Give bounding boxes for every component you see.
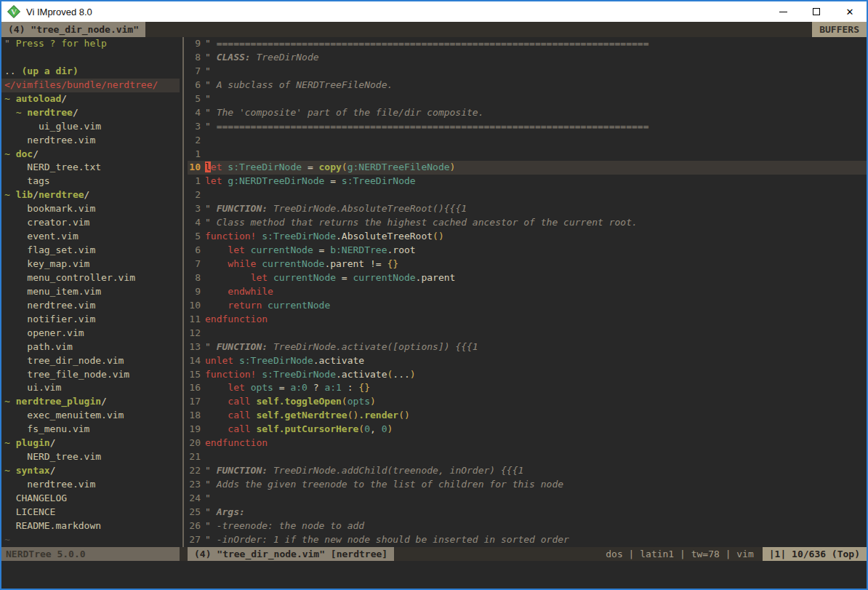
- tree-item[interactable]: NERD_tree.txt: [1, 161, 180, 175]
- tree-item[interactable]: ~ autoload/: [1, 92, 180, 106]
- command-line[interactable]: [1, 561, 867, 589]
- code-line[interactable]: 6" A subclass of NERDTreeFileNode.: [188, 79, 867, 92]
- tree-item[interactable]: bookmark.vim: [1, 202, 180, 216]
- tree-item[interactable]: creator.vim: [1, 216, 180, 230]
- code-line[interactable]: 6 let currentNode = b:NERDTree.root: [188, 244, 867, 258]
- minimize-button[interactable]: [766, 1, 800, 22]
- tree-item-text: tags: [4, 175, 50, 186]
- code-line[interactable]: 8 let currentNode = currentNode.parent: [188, 271, 867, 285]
- code-line[interactable]: 4" The 'composite' part of the file/dir …: [188, 106, 867, 120]
- tree-item[interactable]: fs_menu.vim: [1, 423, 180, 436]
- tree-item[interactable]: [1, 51, 180, 65]
- code-line[interactable]: 19 call self.putCursorHere(0, 0): [188, 423, 867, 436]
- tree-item[interactable]: CHANGELOG: [1, 492, 180, 506]
- tree-item[interactable]: tree_dir_node.vim: [1, 354, 180, 368]
- tree-item[interactable]: </vimfiles/bundle/nerdtree/: [1, 79, 180, 92]
- syntax-segment: =: [302, 162, 318, 172]
- line-number: 9: [188, 37, 205, 51]
- code-line[interactable]: 1: [188, 148, 867, 162]
- code-line-text: " Args:: [205, 506, 245, 519]
- tree-item[interactable]: menu_item.vim: [1, 285, 180, 299]
- tree-item[interactable]: ~ nerdtree_plugin/: [1, 395, 180, 409]
- tree-item[interactable]: event.vim: [1, 230, 180, 244]
- code-line-text: call self.putCursorHere(0, 0): [205, 423, 393, 436]
- window-title: Vi IMproved 8.0: [26, 7, 92, 17]
- code-line-text: " -inOrder: 1 if the new node should be …: [205, 533, 569, 547]
- syntax-segment: let: [228, 244, 244, 255]
- window-controls: ✕: [766, 1, 867, 22]
- tree-item[interactable]: " Press ? for help: [1, 37, 180, 51]
- code-line[interactable]: 10let s:TreeDirNode = copy(g:NERDTreeFil…: [188, 161, 867, 175]
- window-separator[interactable]: [180, 37, 188, 547]
- tree-item[interactable]: tags: [1, 175, 180, 188]
- tree-item[interactable]: key_map.vim: [1, 258, 180, 271]
- code-line[interactable]: 22" FUNCTION: TreeDirNode.addChild(treen…: [188, 464, 867, 478]
- close-button[interactable]: ✕: [833, 1, 867, 22]
- tree-item[interactable]: ui_glue.vim: [1, 120, 180, 134]
- tree-item[interactable]: ~ syntax/: [1, 464, 180, 478]
- code-line[interactable]: 17 call self.toggleOpen(opts): [188, 395, 867, 409]
- code-line[interactable]: 7 while currentNode.parent != {}: [188, 258, 867, 271]
- code-line[interactable]: 18 call self.getNerdtree().render(): [188, 409, 867, 423]
- tree-item[interactable]: nerdtree.vim: [1, 134, 180, 148]
- code-line[interactable]: 2: [188, 134, 867, 148]
- code-line[interactable]: 1let g:NERDTreeDirNode = s:TreeDirNode: [188, 175, 867, 188]
- tree-item[interactable]: path.vim: [1, 340, 180, 354]
- tree-item[interactable]: NERD_tree.vim: [1, 450, 180, 464]
- tree-item[interactable]: ~: [1, 533, 180, 547]
- code-line[interactable]: 23" Adds the given treenode to the list …: [188, 478, 867, 492]
- tree-item[interactable]: LICENCE: [1, 506, 180, 519]
- code-line[interactable]: 15function! s:TreeDirNode.activate(...): [188, 368, 867, 382]
- code-line[interactable]: 11endfunction: [188, 313, 867, 327]
- code-line[interactable]: 3" FUNCTION: TreeDirNode.AbsoluteTreeRoo…: [188, 202, 867, 216]
- tree-item-text: event.vim: [4, 231, 79, 242]
- line-number: 7: [188, 65, 205, 79]
- code-line[interactable]: 14unlet s:TreeDirNode.activate: [188, 354, 867, 368]
- code-line[interactable]: 5": [188, 92, 867, 106]
- code-line[interactable]: 8" CLASS: TreeDirNode: [188, 51, 867, 65]
- tree-item[interactable]: notifier.vim: [1, 313, 180, 327]
- tree-item[interactable]: flag_set.vim: [1, 244, 180, 258]
- code-line[interactable]: 9" =====================================…: [188, 37, 867, 51]
- buffers-label[interactable]: BUFFERS: [812, 22, 867, 37]
- line-number: 5: [188, 230, 205, 244]
- tree-item[interactable]: tree_file_node.vim: [1, 368, 180, 382]
- syntax-segment: ": [205, 93, 211, 104]
- tree-item[interactable]: ~ doc/: [1, 148, 180, 162]
- code-line[interactable]: 9 endwhile: [188, 285, 867, 299]
- tree-item[interactable]: ~ plugin/: [1, 436, 180, 450]
- tree-item[interactable]: nerdtree.vim: [1, 478, 180, 492]
- tree-item[interactable]: menu_controller.vim: [1, 271, 180, 285]
- code-line-text: " Class method that returns the highest …: [205, 216, 638, 230]
- tree-item[interactable]: nerdtree.vim: [1, 299, 180, 313]
- tree-item[interactable]: .. (up a dir): [1, 65, 180, 79]
- syntax-segment: et: [211, 162, 222, 172]
- code-line[interactable]: 12: [188, 327, 867, 340]
- tree-item[interactable]: ui.vim: [1, 381, 180, 395]
- code-line[interactable]: 24": [188, 492, 867, 506]
- code-line[interactable]: 2: [188, 188, 867, 202]
- code-line[interactable]: 5function! s:TreeDirNode.AbsoluteTreeRoo…: [188, 230, 867, 244]
- code-line[interactable]: 3" =====================================…: [188, 120, 867, 134]
- tab-tree-dir-node[interactable]: (4) "tree_dir_node.vim": [1, 22, 145, 37]
- tree-item[interactable]: ~ lib/nerdtree/: [1, 188, 180, 202]
- code-line[interactable]: 27" -inOrder: 1 if the new node should b…: [188, 533, 867, 547]
- maximize-button[interactable]: [800, 1, 833, 22]
- close-icon: ✕: [846, 7, 854, 17]
- statusline-fill: [394, 547, 597, 561]
- code-line[interactable]: 4" Class method that returns the highest…: [188, 216, 867, 230]
- code-line[interactable]: 7": [188, 65, 867, 79]
- tree-item[interactable]: ~ nerdtree/: [1, 106, 180, 120]
- tree-item[interactable]: opener.vim: [1, 327, 180, 340]
- code-line[interactable]: 13" FUNCTION: TreeDirNode.activate([opti…: [188, 340, 867, 354]
- code-line[interactable]: 20endfunction: [188, 436, 867, 450]
- syntax-segment: doc: [16, 148, 33, 159]
- code-line[interactable]: 21: [188, 450, 867, 464]
- tree-item[interactable]: README.markdown: [1, 519, 180, 533]
- line-number: 6: [188, 244, 205, 258]
- tree-item[interactable]: exec_menuitem.vim: [1, 409, 180, 423]
- code-line[interactable]: 26" -treenode: the node to add: [188, 519, 867, 533]
- code-line[interactable]: 16 let opts = a:0 ? a:1 : {}: [188, 381, 867, 395]
- code-line[interactable]: 10 return currentNode: [188, 299, 867, 313]
- code-line[interactable]: 25" Args:: [188, 506, 867, 519]
